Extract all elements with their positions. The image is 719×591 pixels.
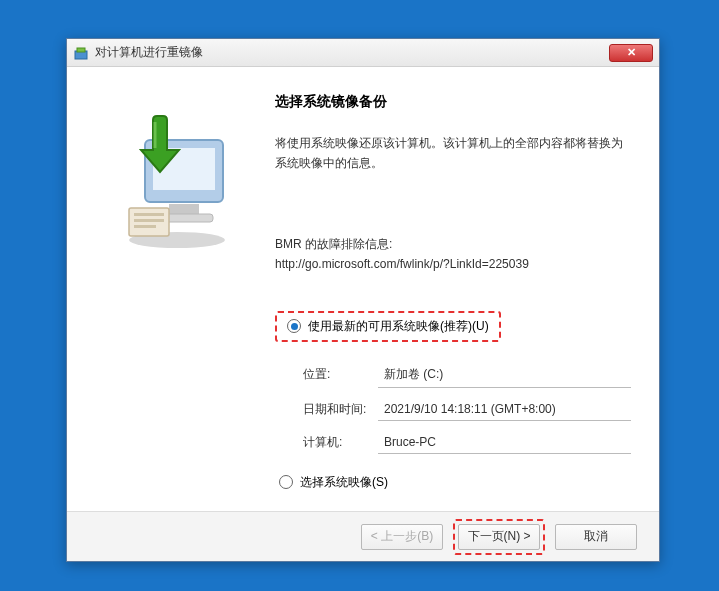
image-details: 位置: 新加卷 (C:) 日期和时间: 2021/9/10 14:18:11 (… bbox=[303, 362, 631, 454]
radio-use-latest[interactable]: 使用最新的可用系统映像(推荐)(U) bbox=[287, 318, 489, 335]
svg-rect-8 bbox=[134, 213, 164, 216]
troubleshoot-link: http://go.microsoft.com/fwlink/p/?LinkId… bbox=[275, 254, 631, 274]
computer-label: 计算机: bbox=[303, 434, 378, 451]
dialog-window: 对计算机进行重镜像 ✕ 选择系统镜像备份 将使用系统映像还原该计算机。该计算机上… bbox=[66, 38, 660, 562]
radio-icon bbox=[287, 319, 301, 333]
datetime-value: 2021/9/10 14:18:11 (GMT+8:00) bbox=[378, 398, 631, 421]
radio-select-image-label: 选择系统映像(S) bbox=[300, 474, 388, 491]
highlight-recommended: 使用最新的可用系统映像(推荐)(U) bbox=[275, 311, 501, 342]
location-value: 新加卷 (C:) bbox=[378, 362, 631, 388]
field-location: 位置: 新加卷 (C:) bbox=[303, 362, 631, 388]
highlight-next: 下一页(N) > bbox=[453, 519, 545, 555]
location-label: 位置: bbox=[303, 366, 378, 383]
right-pane: 选择系统镜像备份 将使用系统映像还原该计算机。该计算机上的全部内容都将替换为系统… bbox=[267, 87, 631, 501]
svg-rect-10 bbox=[134, 225, 156, 228]
titlebar: 对计算机进行重镜像 ✕ bbox=[67, 39, 659, 67]
troubleshoot-info: BMR 的故障排除信息: http://go.microsoft.com/fwl… bbox=[275, 234, 631, 275]
svg-rect-9 bbox=[134, 219, 164, 222]
page-heading: 选择系统镜像备份 bbox=[275, 93, 631, 111]
radio-icon bbox=[279, 475, 293, 489]
troubleshoot-label: BMR 的故障排除信息: bbox=[275, 234, 631, 254]
close-button[interactable]: ✕ bbox=[609, 44, 653, 62]
svg-rect-1 bbox=[77, 48, 85, 52]
svg-rect-5 bbox=[169, 204, 199, 214]
computer-value: Bruce-PC bbox=[378, 431, 631, 454]
button-bar: < 上一步(B) 下一页(N) > 取消 bbox=[67, 511, 659, 561]
description-text: 将使用系统映像还原该计算机。该计算机上的全部内容都将替换为系统映像中的信息。 bbox=[275, 133, 631, 174]
field-computer: 计算机: Bruce-PC bbox=[303, 431, 631, 454]
next-button[interactable]: 下一页(N) > bbox=[458, 524, 540, 550]
left-pane bbox=[87, 87, 267, 501]
radio-use-latest-label: 使用最新的可用系统映像(推荐)(U) bbox=[308, 318, 489, 335]
datetime-label: 日期和时间: bbox=[303, 401, 378, 418]
cancel-button[interactable]: 取消 bbox=[555, 524, 637, 550]
radio-select-image[interactable]: 选择系统映像(S) bbox=[279, 474, 631, 491]
window-title: 对计算机进行重镜像 bbox=[95, 44, 609, 61]
app-icon bbox=[73, 45, 89, 61]
content-area: 选择系统镜像备份 将使用系统映像还原该计算机。该计算机上的全部内容都将替换为系统… bbox=[67, 67, 659, 511]
field-datetime: 日期和时间: 2021/9/10 14:18:11 (GMT+8:00) bbox=[303, 398, 631, 421]
back-button[interactable]: < 上一步(B) bbox=[361, 524, 443, 550]
wizard-image-icon bbox=[107, 112, 247, 252]
